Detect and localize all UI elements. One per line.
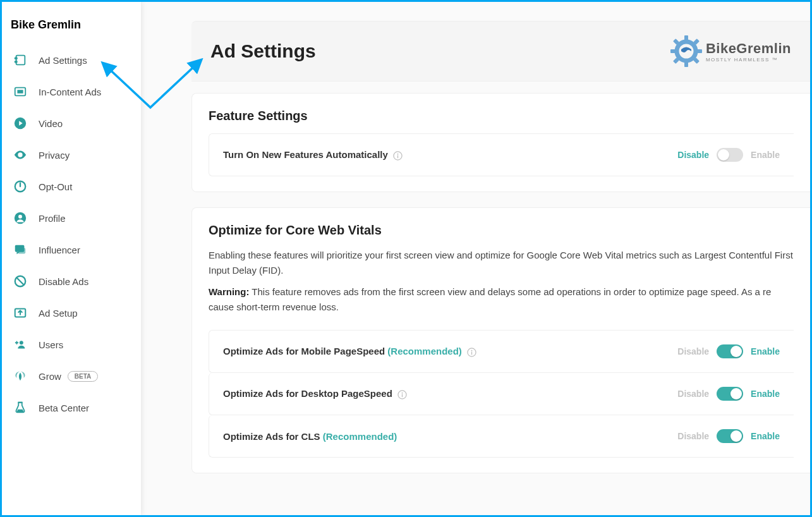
sidebar-item-in-content-ads[interactable]: In-Content Ads (8, 76, 135, 107)
feature-toggle-row: Turn On New Features Automatically Disab… (209, 133, 794, 176)
page-title: Ad Settings (210, 40, 316, 62)
feature-toggle-label: Turn On New Features Automatically (223, 149, 552, 161)
beaker-icon (13, 401, 27, 415)
logo-tagline: MOSTLY HARMLESS ™ (706, 57, 791, 63)
cwv-toggle-switch[interactable] (717, 429, 743, 443)
sidebar-item-users[interactable]: Users (8, 329, 135, 360)
sidebar-item-profile[interactable]: Profile (8, 202, 135, 234)
svg-point-8 (19, 154, 21, 156)
feature-toggle-group: Disable Enable (677, 148, 780, 162)
cwv-toggle-label: Optimize Ads for Mobile PageSpeed (Recom… (223, 346, 552, 357)
feature-settings-card: Feature Settings Turn On New Features Au… (191, 93, 810, 192)
gear-logo-icon (670, 35, 702, 67)
sidebar-item-ad-settings[interactable]: Ad Settings (8, 44, 135, 76)
svg-rect-34 (471, 351, 472, 355)
sidebar: Bike Gremlin Ad SettingsIn-Content AdsVi… (2, 2, 141, 515)
leaf-icon (13, 369, 27, 383)
cwv-toggle-row: Optimize Ads for Mobile PageSpeed (Recom… (209, 330, 794, 373)
cwv-toggle-group: DisableEnable (677, 387, 780, 401)
svg-rect-24 (697, 49, 702, 53)
svg-point-36 (402, 392, 403, 394)
sidebar-item-label: Ad Settings (39, 55, 87, 66)
cwv-toggle-row: Optimize Ads for Desktop PageSpeed Disab… (209, 373, 794, 415)
cwv-toggle-group: DisableEnable (677, 344, 780, 358)
sidebar-item-beta-center[interactable]: Beta Center (8, 392, 135, 423)
cwv-toggle-label: Optimize Ads for Desktop PageSpeed (223, 388, 552, 399)
upload-box-icon (13, 306, 27, 320)
enable-label: Enable (751, 346, 780, 356)
inline-ad-icon (13, 85, 27, 99)
disable-label: Disable (677, 389, 709, 399)
cwv-heading: Optimize for Core Web Vitals (209, 223, 794, 238)
svg-point-30 (397, 154, 399, 155)
no-entry-icon (13, 274, 27, 288)
brand-title: Bike Gremlin (8, 13, 135, 44)
enable-label: Enable (751, 389, 780, 399)
sidebar-item-label: Opt-Out (39, 181, 72, 192)
logo-text: BikeGremlin (706, 40, 791, 57)
cwv-toggle-switch[interactable] (717, 344, 743, 358)
svg-rect-21 (684, 35, 688, 40)
info-icon[interactable] (393, 151, 403, 161)
svg-rect-2 (15, 58, 16, 59)
sidebar-item-label: Grow (39, 371, 61, 382)
svg-line-16 (17, 278, 24, 285)
beta-badge: BETA (68, 371, 98, 382)
cwv-toggle-row: Optimize Ads for CLS (Recommended)Disabl… (209, 415, 794, 458)
sidebar-item-label: Disable Ads (39, 276, 88, 287)
users-plus-icon (13, 338, 27, 351)
person-circle-icon (13, 211, 27, 225)
sidebar-item-label: Profile (39, 213, 66, 224)
power-icon (13, 179, 27, 193)
settings-panel-icon (13, 53, 27, 67)
sidebar-item-privacy[interactable]: Privacy (8, 139, 135, 171)
svg-rect-6 (17, 90, 23, 94)
chat-icon (13, 243, 27, 257)
sidebar-item-grow[interactable]: GrowBETA (8, 360, 135, 392)
disable-label: Disable (677, 150, 709, 160)
sidebar-item-label: Users (39, 339, 63, 350)
cwv-toggle-label: Optimize Ads for CLS (Recommended) (223, 431, 552, 442)
sidebar-item-video[interactable]: Video (8, 107, 135, 139)
cwv-warning: Warning: This feature removes ads from t… (209, 284, 794, 315)
recommended-tag: (Recommended) (387, 346, 462, 356)
svg-rect-14 (18, 248, 25, 253)
eye-icon (13, 148, 27, 162)
sidebar-item-influencer[interactable]: Influencer (8, 234, 135, 265)
svg-point-33 (471, 350, 473, 351)
svg-rect-31 (397, 155, 398, 158)
recommended-tag: (Recommended) (323, 431, 397, 442)
sidebar-item-label: Ad Setup (39, 308, 78, 319)
sidebar-item-label: Privacy (39, 150, 70, 161)
enable-label: Enable (751, 150, 780, 160)
play-circle-icon (13, 116, 27, 130)
core-web-vitals-card: Optimize for Core Web Vitals Enabling th… (191, 207, 810, 473)
main-content: Ad Settings (141, 2, 810, 515)
sidebar-item-label: Beta Center (39, 403, 89, 413)
svg-rect-0 (16, 56, 25, 65)
enable-label: Enable (751, 431, 780, 441)
feature-toggle-switch[interactable] (717, 148, 743, 162)
feature-settings-heading: Feature Settings (209, 109, 794, 123)
svg-rect-37 (402, 394, 403, 397)
svg-rect-23 (670, 49, 676, 53)
sidebar-item-ad-setup[interactable]: Ad Setup (8, 297, 135, 329)
svg-point-12 (18, 215, 22, 219)
cwv-description: Enabling these features will prioritize … (209, 248, 794, 278)
svg-rect-22 (684, 62, 688, 67)
disable-label: Disable (677, 346, 709, 356)
sidebar-item-label: Influencer (39, 245, 80, 255)
page-header: Ad Settings (191, 21, 810, 82)
sidebar-item-disable-ads[interactable]: Disable Ads (8, 265, 135, 297)
sidebar-item-opt-out[interactable]: Opt-Out (8, 171, 135, 202)
svg-point-18 (20, 341, 23, 344)
info-icon[interactable] (467, 348, 476, 357)
disable-label: Disable (677, 431, 709, 441)
svg-rect-4 (15, 61, 16, 63)
sidebar-item-label: Video (39, 118, 63, 129)
cwv-toggle-group: DisableEnable (677, 429, 780, 443)
brand-logo: BikeGremlin MOSTLY HARMLESS ™ (670, 35, 791, 67)
sidebar-item-label: In-Content Ads (39, 87, 101, 97)
info-icon[interactable] (397, 390, 407, 399)
cwv-toggle-switch[interactable] (717, 387, 743, 401)
